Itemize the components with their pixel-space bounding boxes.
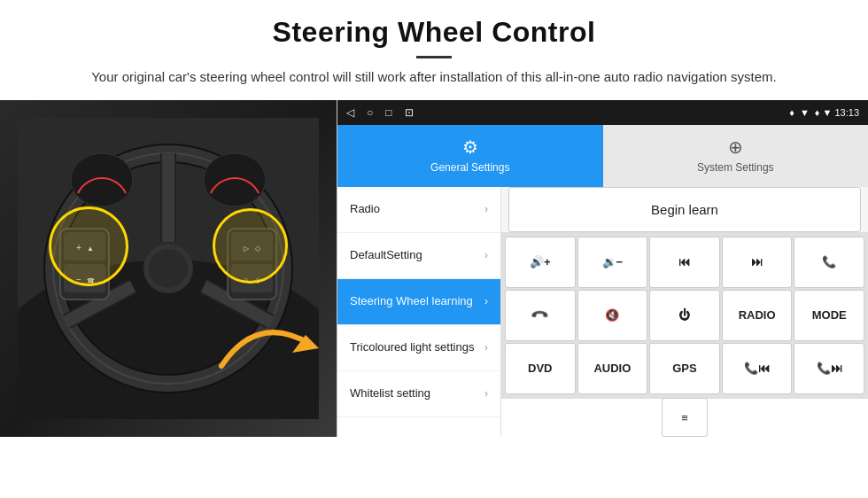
general-tab-label: General Settings xyxy=(430,161,509,174)
status-bar-nav: ◁ ○ □ ⊡ xyxy=(346,106,414,119)
radio-chevron: › xyxy=(484,203,488,215)
page-title: Steering Wheel Control xyxy=(35,16,833,49)
whitelist-chevron: › xyxy=(484,387,488,400)
controls-grid: 🔊+ 🔉− ⏮ ⏭ 📞 📞 xyxy=(501,233,868,398)
bottom-row: ≡ xyxy=(501,398,868,437)
main-content: Radio › DefaultSetting › Steering Wheel … xyxy=(337,187,868,437)
vol-up-icon: 🔊+ xyxy=(530,255,551,268)
android-panel: ◁ ○ □ ⊡ ♦ ▼ ♦ ▼ 13:13 ⚙ General Settings… xyxy=(337,100,868,437)
menu-icon[interactable]: ⊡ xyxy=(405,106,414,119)
radio-btn-label: RADIO xyxy=(739,308,776,322)
vol-up-button[interactable]: 🔊+ xyxy=(505,237,576,288)
gps-btn-label: GPS xyxy=(672,362,696,375)
menu-item-tricoloured[interactable]: Tricoloured light settings › xyxy=(337,325,500,371)
dvd-btn[interactable]: DVD xyxy=(505,343,576,394)
svg-point-12 xyxy=(149,249,188,288)
page-header: Steering Wheel Control Your original car… xyxy=(0,0,868,97)
right-panel: Begin learn 🔊+ 🔉− ⏮ ⏭ xyxy=(501,187,868,437)
menu-item-default-setting[interactable]: DefaultSetting › xyxy=(337,233,500,279)
system-settings-icon: ⊕ xyxy=(728,136,743,158)
tab-general[interactable]: ⚙ General Settings xyxy=(337,125,603,187)
nav-prev-icon: 📞⏮ xyxy=(744,362,770,375)
power-icon: ⏻ xyxy=(678,308,690,322)
hang-up-button[interactable]: 📞 xyxy=(505,290,576,341)
car-image-panel: + ▲ − ☎ ▷ ◇ ○ ◇ xyxy=(0,100,337,437)
menu-item-steering-wheel[interactable]: Steering Wheel learning › xyxy=(337,279,500,325)
next-track-icon: ⏭ xyxy=(751,255,763,268)
nav-next-icon: 📞⏭ xyxy=(817,362,842,375)
list-icon: ≡ xyxy=(681,411,688,424)
bottom-icon-btn[interactable]: ≡ xyxy=(662,398,708,437)
phone-button[interactable]: 📞 xyxy=(794,237,864,288)
nav-prev-button[interactable]: 📞⏮ xyxy=(722,343,793,394)
tricoloured-chevron: › xyxy=(484,341,488,354)
whitelist-label: Whitelist setting xyxy=(350,386,430,401)
mode-btn[interactable]: MODE xyxy=(794,290,864,341)
default-chevron: › xyxy=(484,249,488,261)
mute-icon: 🔇 xyxy=(605,308,619,322)
signal-icon: ▼ xyxy=(800,107,810,118)
begin-learn-button[interactable]: Begin learn xyxy=(508,187,861,232)
dvd-btn-label: DVD xyxy=(528,362,552,375)
audio-btn-label: AUDIO xyxy=(593,362,631,375)
left-highlight-circle xyxy=(49,206,128,286)
menu-item-whitelist[interactable]: Whitelist setting › xyxy=(337,371,500,417)
steering-chevron: › xyxy=(484,295,488,307)
location-icon: ♦ xyxy=(789,107,794,118)
tab-system[interactable]: ⊕ System Settings xyxy=(603,125,869,187)
top-tabs: ⚙ General Settings ⊕ System Settings xyxy=(337,125,868,187)
svg-point-28 xyxy=(204,153,266,206)
general-settings-icon: ⚙ xyxy=(462,136,478,158)
status-bar: ◁ ○ □ ⊡ ♦ ▼ ♦ ▼ 13:13 xyxy=(337,100,868,125)
mute-button[interactable]: 🔇 xyxy=(577,290,648,341)
nav-next-button[interactable]: 📞⏭ xyxy=(794,343,864,394)
page-subtitle: Your original car's steering wheel contr… xyxy=(35,67,833,88)
svg-point-27 xyxy=(71,153,133,206)
system-tab-label: System Settings xyxy=(697,161,774,174)
back-icon[interactable]: ◁ xyxy=(346,106,354,119)
tricoloured-label: Tricoloured light settings xyxy=(350,340,474,354)
power-button[interactable]: ⏻ xyxy=(649,290,720,341)
radio-label: Radio xyxy=(350,202,380,216)
default-setting-label: DefaultSetting xyxy=(350,248,422,262)
prev-track-icon: ⏮ xyxy=(678,255,690,268)
audio-btn[interactable]: AUDIO xyxy=(577,343,648,394)
content-area: + ▲ − ☎ ▷ ◇ ○ ◇ xyxy=(0,100,868,437)
begin-learn-label: Begin learn xyxy=(651,202,718,217)
radio-btn[interactable]: RADIO xyxy=(722,290,793,341)
title-divider xyxy=(416,56,452,58)
gps-btn[interactable]: GPS xyxy=(649,343,720,394)
menu-item-radio[interactable]: Radio › xyxy=(337,187,500,233)
recents-icon[interactable]: □ xyxy=(385,106,391,119)
status-bar-icons: ♦ ▼ ♦ ▼ 13:13 xyxy=(789,107,859,118)
right-highlight-circle xyxy=(213,208,288,284)
mode-btn-label: MODE xyxy=(812,308,847,322)
prev-track-button[interactable]: ⏮ xyxy=(649,237,720,288)
left-menu: Radio › DefaultSetting › Steering Wheel … xyxy=(337,187,501,437)
hang-up-icon: 📞 xyxy=(531,306,550,325)
steering-wheel-label: Steering Wheel learning xyxy=(350,294,473,308)
home-icon[interactable]: ○ xyxy=(367,106,373,119)
phone-icon: 📞 xyxy=(822,255,836,268)
begin-learn-row: Begin learn xyxy=(501,187,868,233)
time-display: ♦ ▼ 13:13 xyxy=(815,107,859,118)
vol-down-button[interactable]: 🔉− xyxy=(577,237,648,288)
next-track-button[interactable]: ⏭ xyxy=(722,237,793,288)
vol-down-icon: 🔉− xyxy=(602,255,624,268)
